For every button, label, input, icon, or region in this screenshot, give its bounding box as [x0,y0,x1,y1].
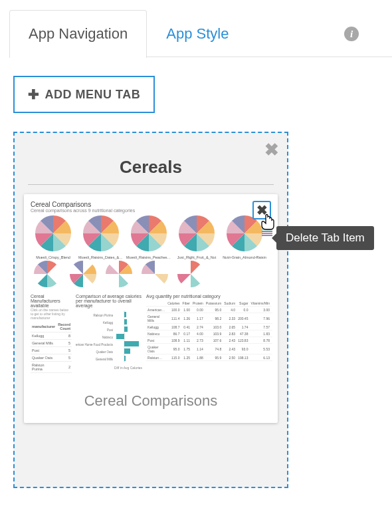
svg-text:Diff in Avg Calories: Diff in Avg Calories [114,366,142,370]
nutrition-table: CaloriesFiberProteinPotassiumSodiumSugar… [146,300,272,361]
panel-sub: Click on the names below to get to other… [31,308,72,320]
bar-chart-panel: Comparison of average calories per manuf… [76,294,142,374]
svg-text:Quaker Oats: Quaker Oats [96,350,114,354]
panel-title: Cereal Manufacturers available [31,294,72,308]
svg-rect-5 [124,327,128,332]
panel-title: Comparison of average calories per manuf… [76,294,142,308]
menu-tab-container: ✖ Cereals ✖ Cereal Comparisons Cereal co… [13,132,288,488]
dashboard-preview: Cereal Comparisons Cereal comparisons ac… [29,200,272,374]
svg-text:Ralston Purina: Ralston Purina [94,314,114,317]
panel-title: Avg quantity per nutritional category [146,294,272,299]
svg-text:American Home Food Products: American Home Food Products [76,343,114,346]
svg-text:General Mills: General Mills [96,358,114,361]
svg-rect-3 [124,319,127,325]
divider [28,184,274,185]
close-container-button[interactable]: ✖ [264,140,279,160]
svg-text:Nabisco: Nabisco [102,336,114,339]
lower-panels: Cereal Manufacturers available Click on … [29,291,272,374]
tooltip-delete-tab-item: Delete Tab Item [276,226,374,250]
svg-rect-13 [124,356,126,361]
manufacturer-table: manufacturerRecord CountKellogg8General … [31,321,72,374]
preview-title: Cereal Comparisons [29,200,272,208]
svg-rect-7 [116,334,124,339]
tab-app-navigation[interactable]: App Navigation [9,10,147,58]
section-title: Cereals [24,157,278,178]
manufacturer-table-panel: Cereal Manufacturers available Click on … [31,294,72,374]
add-menu-tab-button[interactable]: ✚ ADD MENU TAB [13,76,155,113]
svg-text:Post: Post [107,329,114,332]
tab-bar: App Navigation App Style i [9,9,392,57]
tab-app-style[interactable]: App Style [147,10,248,58]
info-icon[interactable]: i [344,27,359,41]
nutrition-table-panel: Avg quantity per nutritional category Ca… [146,294,272,374]
svg-rect-9 [124,341,139,346]
card-caption: Cereal Comparisons [29,392,272,410]
plus-icon: ✚ [28,86,40,102]
add-menu-tab-label: ADD MENU TAB [45,88,141,102]
svg-rect-11 [124,348,130,354]
preview-subtitle: Cereal comparisons across 9 nutritional … [29,208,272,214]
tab-item-card[interactable]: ✖ Cereal Comparisons Cereal comparisons … [24,194,278,423]
pie-row [29,259,272,291]
bar-chart: Ralston PurinaKelloggPostNabiscoAmerican… [76,309,142,370]
svg-text:Kellogg: Kellogg [103,321,114,325]
pie-row: Muesli_Crispy_BlendMuesli_Raisins_Dates_… [29,214,272,259]
svg-rect-1 [124,312,126,317]
cursor-pointer-icon [260,213,276,230]
